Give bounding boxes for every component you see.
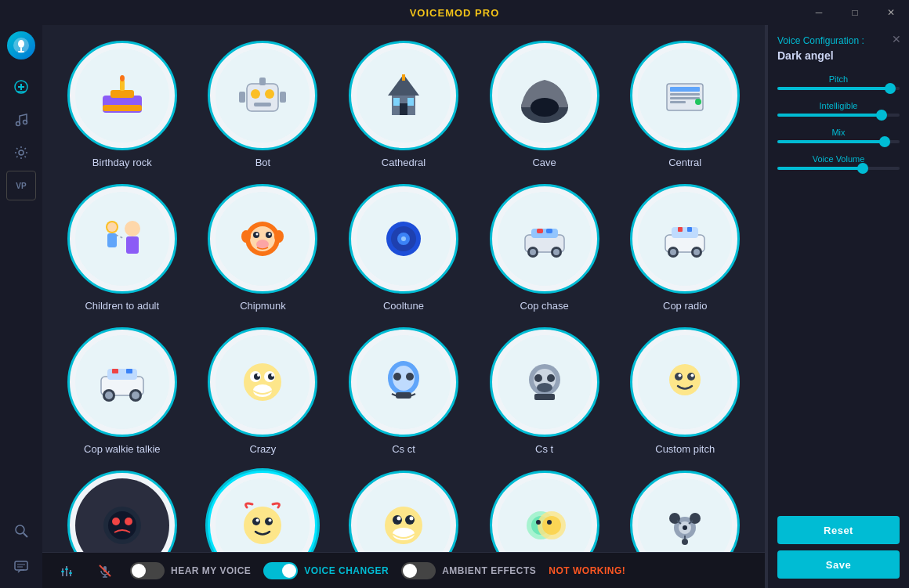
slider-track-intelligible[interactable] — [777, 114, 900, 117]
svg-rect-37 — [670, 87, 700, 92]
ambient-effects-group: AMBIENT EFFECTS — [401, 562, 536, 579]
voice-icon-cs-t — [498, 335, 592, 429]
voice-item-double[interactable]: Double — [480, 471, 609, 552]
svg-point-102 — [537, 383, 552, 392]
voice-name-crazy: Crazy — [249, 443, 276, 455]
svg-rect-67 — [537, 229, 543, 233]
hear-my-voice-toggle[interactable] — [130, 562, 165, 579]
sliders-container: PitchIntelligibleMixVoice Volume — [777, 74, 900, 181]
voice-circle-chipmunk — [208, 184, 317, 294]
voice-item-dark[interactable]: Dark — [58, 471, 187, 552]
svg-point-117 — [256, 519, 259, 522]
voice-item-cs-ct[interactable]: Cs ct — [339, 327, 468, 455]
svg-rect-143 — [61, 571, 64, 572]
slider-track-pitch[interactable] — [777, 87, 900, 90]
svg-rect-76 — [687, 227, 692, 232]
voice-changer-toggle[interactable] — [263, 562, 298, 579]
svg-rect-44 — [107, 233, 117, 247]
voice-item-cop-radio[interactable]: Cop radio — [621, 184, 749, 312]
voice-item-cs-t[interactable]: Cs t — [480, 327, 609, 455]
minimize-button[interactable]: ─ — [801, 0, 837, 25]
voice-item-cop-chase[interactable]: Cop chase — [480, 184, 609, 312]
voice-item-dron[interactable]: Dron — [621, 471, 749, 552]
slider-thumb-intelligible[interactable] — [876, 110, 887, 121]
slider-track-mix[interactable] — [777, 140, 900, 143]
voice-name-custom-pitch: Custom pitch — [655, 443, 715, 455]
svg-point-52 — [256, 233, 259, 236]
svg-point-111 — [112, 518, 120, 525]
sidebar-add-effect[interactable] — [6, 72, 36, 102]
svg-rect-2 — [20, 48, 22, 51]
voice-item-birthday-rock[interactable]: Birthday rock — [58, 41, 187, 168]
voice-icon-deep — [357, 478, 451, 552]
svg-point-128 — [542, 516, 561, 535]
main-layout: VP Birthday rockBotCathedralCaveCentralC… — [0, 25, 909, 588]
voice-circle-dron — [630, 471, 740, 552]
voice-name-cathedral: Cathedral — [382, 157, 426, 168]
svg-line-47 — [116, 235, 125, 239]
svg-rect-83 — [112, 369, 118, 373]
reset-button[interactable]: Reset — [777, 516, 900, 544]
sidebar-vp[interactable]: VP — [6, 171, 36, 200]
slider-thumb-voice-volume[interactable] — [857, 163, 868, 174]
close-button[interactable]: ✕ — [873, 0, 909, 25]
svg-point-82 — [132, 391, 139, 399]
voice-item-bot[interactable]: Bot — [199, 41, 328, 168]
maximize-button[interactable]: □ — [837, 0, 873, 25]
slider-group-mix: Mix — [777, 128, 900, 143]
voice-icon-birthday-rock — [75, 49, 169, 142]
voice-grid-container[interactable]: Birthday rockBotCathedralCaveCentralChil… — [42, 25, 765, 552]
voice-item-central[interactable]: Central — [621, 41, 749, 168]
slider-thumb-mix[interactable] — [879, 136, 890, 147]
svg-rect-68 — [546, 229, 552, 233]
svg-rect-26 — [239, 92, 245, 103]
slider-thumb-pitch[interactable] — [885, 83, 896, 94]
sidebar-settings[interactable] — [6, 138, 36, 168]
voice-item-deep[interactable]: Deep — [339, 471, 468, 552]
voice-item-cave[interactable]: Cave — [480, 41, 609, 168]
voice-item-dark-angel[interactable]: Dark angel — [199, 471, 328, 552]
voice-circle-cave — [490, 41, 599, 150]
sidebar-search[interactable] — [6, 516, 36, 546]
svg-rect-39 — [670, 97, 700, 99]
voice-item-custom-pitch[interactable]: Custom pitch — [621, 327, 749, 455]
hear-my-voice-group: HEAR MY VOICE — [130, 562, 251, 579]
svg-point-23 — [265, 89, 274, 99]
voice-icon-bot — [215, 49, 310, 142]
svg-rect-33 — [402, 74, 405, 81]
voice-circle-cathedral — [349, 41, 458, 150]
ambient-effects-toggle[interactable] — [401, 562, 436, 579]
voice-item-cop-walkie-talkie[interactable]: Cop walkie talkie — [58, 327, 187, 455]
slider-label-mix: Mix — [777, 128, 900, 137]
app-title: VOICEMOD PRO — [410, 7, 500, 19]
voice-icon-cs-ct — [357, 335, 451, 429]
svg-point-74 — [694, 249, 700, 255]
voice-icon-dark — [75, 478, 169, 552]
slider-fill-pitch — [777, 87, 890, 90]
svg-point-9 — [24, 121, 27, 124]
equalizer-button[interactable] — [55, 558, 80, 583]
voice-circle-bot — [208, 41, 317, 150]
voice-item-cooltune[interactable]: Cooltune — [339, 184, 468, 312]
voice-circle-cooltune — [349, 184, 458, 294]
sidebar-music[interactable] — [6, 105, 36, 135]
content-area: Birthday rockBotCathedralCaveCentralChil… — [42, 25, 765, 588]
svg-point-100 — [534, 374, 542, 382]
voice-name-cs-t: Cs t — [535, 443, 553, 455]
voice-item-children-to-adult[interactable]: Children to adult — [58, 184, 187, 312]
sidebar-chat[interactable] — [6, 552, 36, 582]
voice-item-crazy[interactable]: Crazy — [199, 327, 328, 455]
svg-point-60 — [401, 236, 406, 241]
slider-track-voice-volume[interactable] — [777, 167, 900, 170]
sidebar-logo[interactable] — [7, 31, 35, 60]
hear-my-voice-label: HEAR MY VOICE — [171, 565, 251, 576]
voice-item-chipmunk[interactable]: Chipmunk — [199, 184, 328, 312]
save-button[interactable]: Save — [777, 550, 900, 579]
svg-point-104 — [669, 364, 701, 395]
mute-button[interactable] — [92, 558, 118, 583]
voice-item-cathedral[interactable]: Cathedral — [339, 41, 468, 168]
voice-circle-birthday-rock — [67, 41, 177, 150]
ambient-effects-label: AMBIENT EFFECTS — [442, 565, 536, 576]
panel-close-button[interactable]: ✕ — [892, 33, 901, 45]
voice-icon-crazy — [215, 335, 310, 429]
